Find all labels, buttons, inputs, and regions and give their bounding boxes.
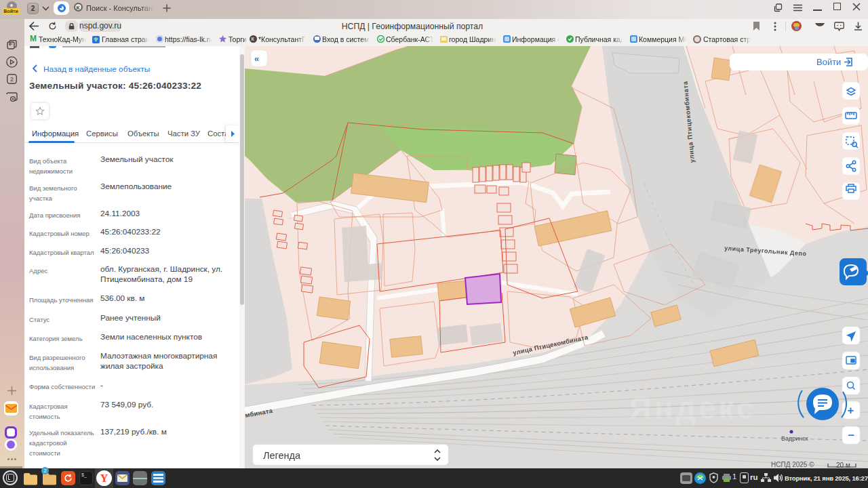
svg-text:Яндекс: Яндекс xyxy=(629,390,757,426)
svg-text:Легенда: Легенда xyxy=(263,450,301,461)
svg-text:+: + xyxy=(848,404,854,417)
svg-text:Войти: Войти xyxy=(816,57,841,67)
svg-text:–: – xyxy=(848,428,854,441)
svg-text:Вадринск: Вадринск xyxy=(781,435,808,442)
svg-text:2: 2 xyxy=(10,76,14,83)
svg-text:НСПД 2025 ©: НСПД 2025 © xyxy=(771,461,814,468)
svg-text:«: « xyxy=(254,54,259,64)
svg-text:20 м: 20 м xyxy=(836,462,850,468)
